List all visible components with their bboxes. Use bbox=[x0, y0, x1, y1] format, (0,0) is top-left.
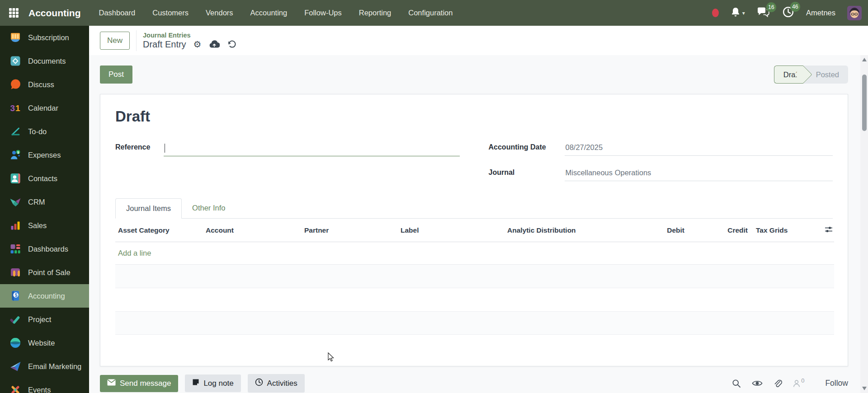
add-line-row: Add a line bbox=[115, 242, 834, 265]
col-account: Account bbox=[203, 219, 302, 242]
optional-columns-icon[interactable] bbox=[824, 225, 833, 234]
table-row bbox=[115, 312, 834, 335]
journal-field-row: Journal Miscellaneous Operations bbox=[489, 167, 833, 181]
sidebar-item-label: Contacts bbox=[28, 174, 57, 183]
sidebar-item-email-marketing[interactable]: Email Marketing bbox=[0, 355, 89, 378]
activities-tray[interactable]: 46 bbox=[782, 6, 794, 20]
followers-count: 0 bbox=[801, 377, 804, 384]
stage-draft[interactable]: Draft bbox=[774, 66, 803, 84]
sidebar-item-expenses[interactable]: $ Expenses bbox=[0, 143, 89, 167]
form-sheet: Draft Reference Accounting Date 08/27/20… bbox=[100, 94, 848, 366]
tab-journal-items[interactable]: Journal Items bbox=[115, 198, 182, 219]
sidebar-item-label: Discuss bbox=[28, 80, 54, 89]
breadcrumb-parent-link[interactable]: Journal Entries bbox=[143, 32, 236, 39]
control-panel: New Journal Entries Draft Entry ⚙ bbox=[89, 26, 868, 55]
svg-text:$: $ bbox=[17, 150, 19, 154]
activities-button[interactable]: Activities bbox=[248, 374, 305, 393]
sidebar-item-label: Events bbox=[28, 386, 51, 393]
table-header-row: Asset Category Account Partner Label Ana… bbox=[115, 219, 834, 242]
tab-other-info[interactable]: Other Info bbox=[182, 198, 236, 218]
project-icon bbox=[9, 313, 21, 325]
scroll-up-arrow[interactable] bbox=[862, 58, 867, 61]
col-tax-grids: Tax Grids bbox=[753, 219, 812, 242]
sidebar-item-label: Documents bbox=[28, 57, 66, 66]
accounting-date-input[interactable]: 08/27/2025 bbox=[565, 141, 833, 156]
search-icon[interactable] bbox=[732, 379, 741, 388]
sidebar-item-label: Subscription bbox=[28, 33, 69, 42]
sidebar-item-subscription[interactable]: Subscription bbox=[0, 26, 89, 49]
todo-icon bbox=[9, 126, 21, 137]
col-partner: Partner bbox=[302, 219, 398, 242]
menu-accounting[interactable]: Accounting bbox=[250, 9, 288, 17]
main-content: New Journal Entries Draft Entry ⚙ Post D… bbox=[89, 26, 868, 393]
sidebar-item-sales[interactable]: Sales bbox=[0, 214, 89, 237]
sidebar-item-discuss[interactable]: Discuss bbox=[0, 73, 89, 96]
top-menu: Dashboard Customers Vendors Accounting F… bbox=[99, 9, 453, 17]
post-button[interactable]: Post bbox=[100, 66, 132, 84]
eye-icon[interactable] bbox=[752, 379, 763, 387]
apps-grid-icon[interactable] bbox=[8, 7, 19, 19]
sidebar-item-label: Accounting bbox=[28, 292, 65, 300]
top-navbar: Accounting Dashboard Customers Vendors A… bbox=[0, 0, 868, 26]
journal-items-table: Asset Category Account Partner Label Ana… bbox=[115, 219, 834, 366]
events-icon bbox=[9, 384, 21, 393]
scroll-down-arrow[interactable] bbox=[862, 387, 867, 390]
app-brand-title[interactable]: Accounting bbox=[28, 8, 81, 19]
status-bar: Post Draft Posted bbox=[89, 55, 868, 94]
sidebar-item-calendar[interactable]: 31 Calendar bbox=[0, 96, 89, 120]
sidebar-item-dashboards[interactable]: Dashboards bbox=[0, 237, 89, 261]
reference-label: Reference bbox=[115, 141, 164, 151]
new-button[interactable]: New bbox=[100, 32, 130, 50]
scrollbar-thumb[interactable] bbox=[862, 75, 867, 131]
discard-undo-icon[interactable] bbox=[227, 40, 236, 49]
sales-icon bbox=[9, 220, 21, 231]
cloud-save-icon[interactable] bbox=[209, 40, 220, 49]
sidebar-item-contacts[interactable]: Contacts bbox=[0, 167, 89, 190]
discuss-icon bbox=[9, 79, 21, 90]
accounting-date-label: Accounting Date bbox=[489, 141, 565, 151]
add-a-line-link[interactable]: Add a line bbox=[118, 249, 151, 257]
menu-configuration[interactable]: Configuration bbox=[408, 9, 453, 17]
crm-icon bbox=[9, 196, 21, 208]
accounting-icon: $ bbox=[9, 290, 21, 302]
table-row bbox=[115, 265, 834, 288]
sidebar-item-website[interactable]: Website bbox=[0, 331, 89, 355]
note-icon bbox=[192, 379, 199, 388]
followers-button[interactable]: 0 bbox=[793, 379, 804, 388]
col-credit: Credit bbox=[690, 219, 753, 242]
menu-vendors[interactable]: Vendors bbox=[206, 9, 233, 17]
sidebar-item-project[interactable]: Project bbox=[0, 308, 89, 331]
col-label: Label bbox=[398, 219, 505, 242]
user-name[interactable]: Ametnes bbox=[806, 9, 835, 17]
svg-text:3: 3 bbox=[10, 103, 15, 113]
contacts-icon bbox=[9, 173, 21, 184]
follow-button[interactable]: Follow bbox=[825, 379, 848, 388]
messages-badge: 16 bbox=[766, 2, 776, 12]
sidebar-item-label: Point of Sale bbox=[28, 268, 71, 277]
notifications-bell[interactable]: ▾ bbox=[731, 7, 745, 19]
reference-input[interactable] bbox=[164, 141, 460, 156]
send-message-button[interactable]: Send message bbox=[100, 375, 178, 392]
messages-tray[interactable]: 16 bbox=[757, 6, 770, 20]
menu-reporting[interactable]: Reporting bbox=[359, 9, 392, 17]
log-note-button[interactable]: Log note bbox=[185, 374, 241, 392]
activities-badge: 46 bbox=[790, 2, 800, 12]
sidebar-item-accounting[interactable]: $ Accounting bbox=[0, 284, 89, 308]
reference-field-row: Reference bbox=[115, 141, 460, 156]
user-avatar[interactable] bbox=[847, 6, 862, 20]
paperclip-icon[interactable] bbox=[774, 379, 782, 388]
recording-indicator-dot[interactable] bbox=[712, 9, 719, 17]
menu-customers[interactable]: Customers bbox=[152, 9, 189, 17]
settings-gear-icon[interactable]: ⚙ bbox=[193, 40, 202, 49]
menu-dashboard[interactable]: Dashboard bbox=[99, 9, 136, 17]
journal-input[interactable]: Miscellaneous Operations bbox=[565, 167, 833, 181]
breadcrumb-divider bbox=[136, 30, 137, 51]
sidebar-item-events[interactable]: Events bbox=[0, 378, 89, 393]
point-of-sale-icon bbox=[9, 267, 21, 278]
sidebar-item-point-of-sale[interactable]: Point of Sale bbox=[0, 261, 89, 284]
sidebar-item-todo[interactable]: To-do bbox=[0, 120, 89, 143]
svg-text:1: 1 bbox=[15, 103, 20, 113]
sidebar-item-crm[interactable]: CRM bbox=[0, 190, 89, 214]
menu-follow-ups[interactable]: Follow-Ups bbox=[304, 9, 342, 17]
sidebar-item-documents[interactable]: Documents bbox=[0, 49, 89, 73]
